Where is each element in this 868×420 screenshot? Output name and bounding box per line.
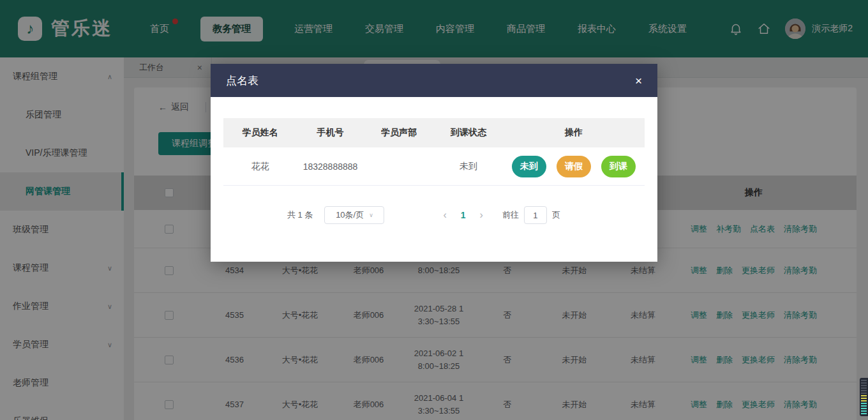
current-page[interactable]: 1 (461, 210, 466, 220)
rollcall-row: 花花 18328888888 未到 未到 请假 到课 (223, 147, 645, 186)
chevron-down-icon: ∨ (369, 212, 373, 218)
modal-header: 点名表 × (211, 64, 657, 97)
cell-student-name: 花花 (223, 161, 297, 172)
mark-absent-button[interactable]: 未到 (512, 156, 546, 177)
mark-attend-button[interactable]: 到课 (601, 156, 636, 177)
header-attendance-status: 到课状态 (434, 127, 503, 139)
goto-page-input[interactable] (524, 206, 547, 224)
modal-title: 点名表 (226, 73, 258, 88)
minimap-stripes-yellow (861, 395, 867, 403)
mark-leave-button[interactable]: 请假 (557, 156, 591, 177)
cell-action-buttons: 未到 请假 到课 (503, 156, 645, 177)
next-page-button[interactable]: › (480, 209, 483, 221)
prev-page-button[interactable]: ‹ (443, 209, 446, 221)
goto-label: 前往 (502, 209, 519, 221)
rollcall-table-header: 学员姓名 手机号 学员声部 到课状态 操作 (223, 118, 645, 147)
header-student-name: 学员姓名 (223, 127, 297, 139)
page-size-value: 10条/页 (336, 209, 364, 221)
cell-phone: 18328888888 (297, 161, 364, 172)
debug-minimap-widget[interactable] (860, 378, 868, 416)
rollcall-modal: 点名表 × 学员姓名 手机号 学员声部 到课状态 操作 花花 183288888… (211, 64, 657, 262)
page-size-select[interactable]: 10条/页 ∨ (324, 206, 384, 224)
rollcall-table: 学员姓名 手机号 学员声部 到课状态 操作 花花 18328888888 未到 … (223, 118, 645, 186)
minimap-stripes-cyan (861, 403, 867, 414)
pagination-total: 共 1 条 (287, 209, 313, 221)
cell-attendance-status: 未到 (434, 161, 503, 172)
header-phone: 手机号 (297, 127, 364, 139)
pagination: 共 1 条 10条/页 ∨ ‹ 1 › 前往 页 (223, 206, 645, 225)
header-voice-part: 学员声部 (364, 127, 434, 139)
goto-unit-label: 页 (552, 209, 560, 221)
minimap-stripes-grey (861, 380, 867, 395)
close-icon[interactable]: × (635, 75, 642, 87)
header-actions: 操作 (503, 127, 645, 139)
